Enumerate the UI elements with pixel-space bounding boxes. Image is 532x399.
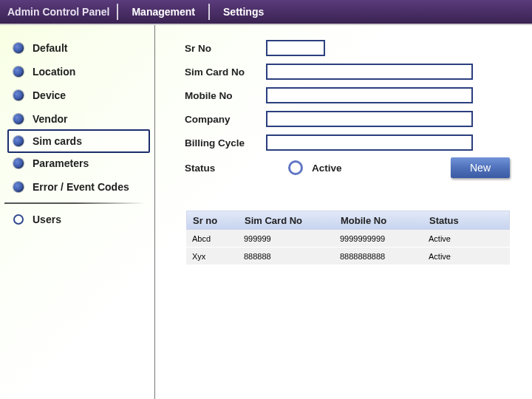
bullet-icon	[13, 182, 24, 192]
field-label: Company	[185, 114, 266, 125]
sidebar-item-location[interactable]: Location	[0, 60, 154, 83]
top-bar: Admin Control Panel Management Settings	[0, 0, 532, 25]
sidebar-item-vendor[interactable]: Vendor	[0, 107, 154, 131]
cell-status: Active	[423, 252, 482, 261]
cell-mobile: 9999999999	[334, 234, 423, 243]
sidebar-divider	[4, 202, 146, 204]
field-label: Status	[185, 163, 266, 174]
cell-mobile: 8888888888	[334, 252, 423, 261]
sidebar-item-label: Users	[33, 214, 61, 225]
status-radio-icon[interactable]	[288, 160, 303, 175]
sim-card-no-input[interactable]	[266, 64, 473, 80]
results-table: Sr no Sim Card No Mobile No Status Abcd …	[186, 211, 510, 265]
status-value: Active	[312, 163, 342, 174]
sidebar-item-users[interactable]: Users	[0, 208, 154, 231]
col-sim: Sim Card No	[239, 215, 335, 226]
table-row[interactable]: Xyx 888888 8888888888 Active	[186, 248, 510, 265]
sidebar-item-label: Sim cards	[33, 135, 82, 147]
sr-no-input[interactable]	[266, 40, 325, 56]
billing-cycle-input[interactable]	[266, 134, 473, 151]
company-input[interactable]	[266, 111, 473, 127]
col-mobile: Mobile No	[335, 215, 423, 226]
field-label: Sr No	[185, 43, 266, 54]
field-label: Billing Cycle	[185, 137, 266, 149]
bullet-icon	[13, 90, 24, 100]
sidebar-item-label: Device	[33, 89, 66, 101]
field-label: Mobile No	[185, 90, 266, 101]
bullet-icon	[13, 214, 24, 225]
sidebar: Default Location Device Vendor Sim cards…	[0, 25, 155, 399]
sidebar-item-label: Error / Event Codes	[33, 181, 129, 193]
form-row-status: Status Active New	[155, 154, 532, 181]
new-button[interactable]: New	[451, 157, 510, 178]
sidebar-item-sim-cards[interactable]: Sim cards	[7, 129, 150, 153]
tab-management[interactable]: Management	[118, 6, 208, 18]
form-row-simcard: Sim Card No	[155, 60, 532, 83]
sidebar-item-label: Default	[33, 42, 67, 54]
cell-status: Active	[423, 234, 482, 243]
mobile-no-input[interactable]	[266, 87, 473, 103]
bullet-icon	[13, 136, 24, 146]
bullet-icon	[13, 66, 24, 77]
form-row-mobile: Mobile No	[155, 83, 532, 107]
tab-settings[interactable]: Settings	[210, 6, 277, 18]
sidebar-item-label: Parameters	[33, 157, 89, 169]
cell-sim: 888888	[238, 252, 334, 261]
col-srno: Sr no	[187, 215, 239, 226]
sidebar-item-error-codes[interactable]: Error / Event Codes	[0, 175, 154, 199]
form-row-srno: Sr No	[155, 36, 532, 60]
bullet-icon	[13, 114, 24, 124]
sidebar-item-default[interactable]: Default	[0, 36, 154, 60]
bullet-icon	[13, 158, 24, 168]
main-panel: Sr No Sim Card No Mobile No Company Bill…	[155, 25, 532, 399]
sidebar-item-device[interactable]: Device	[0, 83, 154, 107]
form-row-billing: Billing Cycle	[155, 131, 532, 154]
sidebar-item-label: Location	[33, 66, 75, 78]
bullet-icon	[13, 43, 24, 53]
col-status: Status	[423, 215, 482, 226]
cell-srno: Xyx	[186, 252, 238, 261]
cell-sim: 999999	[238, 234, 334, 243]
field-label: Sim Card No	[185, 66, 266, 78]
table-header: Sr no Sim Card No Mobile No Status	[186, 211, 510, 230]
sidebar-item-label: Vendor	[33, 113, 67, 125]
app-title: Admin Control Panel	[0, 6, 117, 18]
cell-srno: Abcd	[186, 234, 238, 243]
sidebar-item-parameters[interactable]: Parameters	[0, 151, 154, 175]
form-row-company: Company	[155, 107, 532, 131]
table-row[interactable]: Abcd 999999 9999999999 Active	[186, 230, 510, 248]
